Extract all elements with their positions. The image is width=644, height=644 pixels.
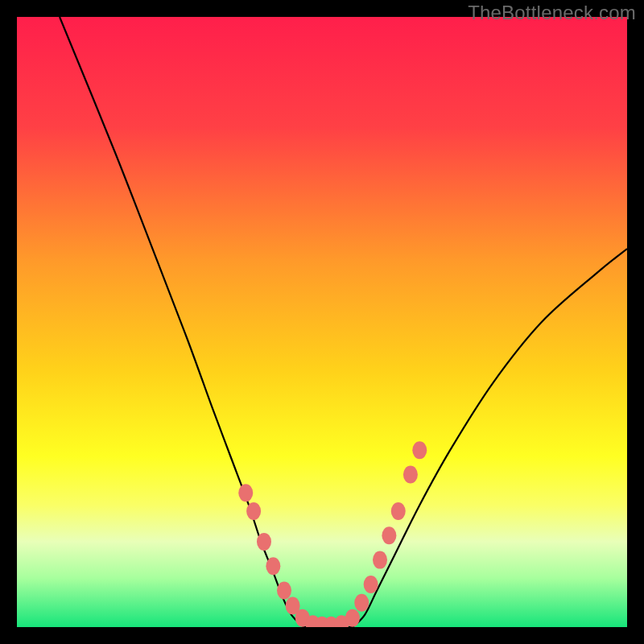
data-marker	[345, 609, 360, 627]
chart-plot	[17, 17, 627, 627]
data-marker	[382, 526, 396, 544]
data-marker	[266, 557, 280, 575]
watermark-text: TheBottleneck.com	[468, 2, 636, 24]
data-marker	[364, 576, 378, 593]
data-marker	[391, 502, 406, 520]
data-marker	[257, 533, 271, 551]
chart-frame: TheBottleneck.com	[0, 0, 644, 644]
data-marker	[403, 466, 418, 484]
data-marker	[277, 582, 291, 600]
data-marker	[354, 594, 369, 612]
data-marker	[238, 484, 253, 502]
data-marker	[412, 441, 427, 459]
data-marker	[373, 551, 387, 569]
data-marker	[246, 502, 261, 520]
chart-svg	[17, 17, 627, 627]
chart-background	[17, 17, 627, 627]
